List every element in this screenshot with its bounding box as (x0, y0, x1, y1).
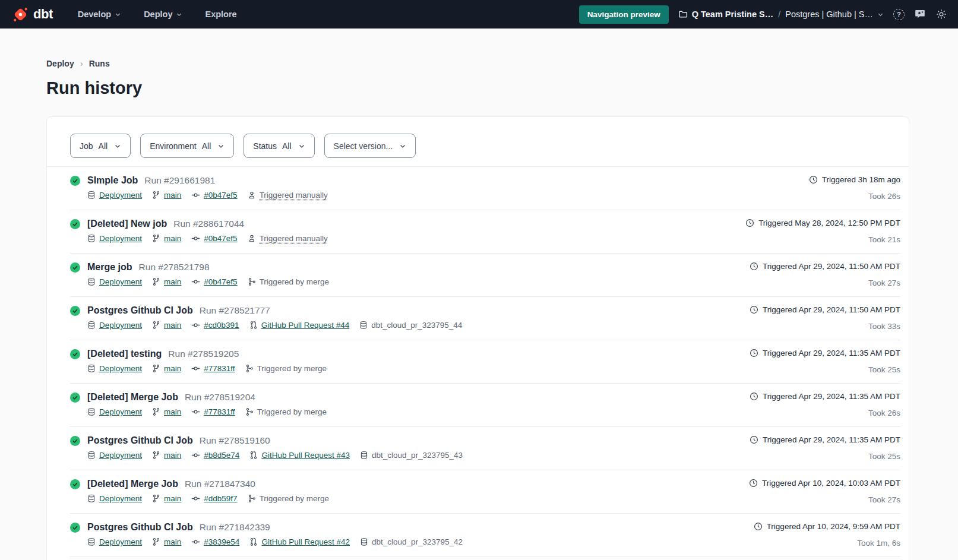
commit-link[interactable]: #3839e54 (191, 536, 239, 548)
triggered-time: Triggered Apr 29, 2024, 11:50 AM PDT (763, 261, 900, 272)
pull-request-label: GitHub Pull Request #42 (261, 536, 350, 548)
environment-link[interactable]: Deployment (87, 450, 142, 461)
run-number[interactable]: Run #271847340 (185, 477, 255, 490)
dbt-logo[interactable]: dbt (12, 6, 53, 23)
git-merge-icon (248, 494, 256, 503)
pull-request-link[interactable]: GitHub Pull Request #42 (249, 536, 350, 548)
chevron-down-icon (298, 143, 305, 150)
commit-link[interactable]: #0b47ef5 (191, 233, 237, 244)
branch-link[interactable]: main (152, 450, 181, 461)
run-row[interactable]: [Deleted] New job Run #288617044 Deploym… (70, 210, 900, 254)
branch-link[interactable]: main (152, 276, 181, 287)
run-row[interactable]: Postgres Github CI Job Run #271842339 De… (70, 514, 900, 557)
branch-link[interactable]: main (152, 536, 181, 548)
triggered-manually[interactable]: Triggered manually (248, 233, 328, 244)
clock-icon (809, 175, 818, 184)
commit-link[interactable]: #0b47ef5 (191, 276, 237, 287)
help-button[interactable]: ? (893, 9, 905, 20)
run-number[interactable]: Run #278519160 (200, 434, 270, 447)
clock-icon (750, 349, 758, 357)
environment-link[interactable]: Deployment (87, 536, 142, 548)
pull-request-icon (249, 321, 258, 330)
run-row[interactable]: [Deleted] Merge Job Run #278519204 Deplo… (70, 384, 900, 427)
database-icon (87, 277, 96, 286)
menu-deploy[interactable]: Deploy (144, 10, 182, 19)
triggered-manually[interactable]: Triggered manually (248, 189, 328, 201)
branch-link[interactable]: main (152, 363, 181, 374)
run-number[interactable]: Run #291661981 (144, 174, 215, 186)
environment-link[interactable]: Deployment (87, 189, 142, 201)
run-row[interactable]: [Deleted] testing Run #278519205 Deploym… (70, 340, 900, 384)
pull-request-link[interactable]: GitHub Pull Request #43 (249, 450, 350, 461)
environment-link[interactable]: Deployment (87, 319, 142, 331)
job-filter-label: Job (80, 141, 93, 151)
run-row[interactable]: Postgres Github CI Job Run #278521777 De… (70, 297, 900, 340)
run-row[interactable]: Merge job Run #278521798 Deployment (70, 254, 900, 297)
branch-link[interactable]: main (152, 233, 181, 244)
run-number[interactable]: Run #278521798 (139, 261, 210, 273)
schema-name: dbt_cloud_pr_323795_42 (360, 536, 463, 548)
run-number[interactable]: Run #278521777 (200, 304, 270, 317)
commit-link[interactable]: #0b47ef5 (191, 189, 237, 201)
git-merge-icon (245, 364, 254, 373)
settings-button[interactable] (935, 8, 947, 20)
environment-filter-value: All (202, 141, 211, 151)
status-filter-label: Status (253, 141, 277, 151)
navigation-preview-button[interactable]: Navigation preview (579, 5, 669, 24)
menu-deploy-label: Deploy (144, 10, 172, 19)
version-filter[interactable]: Select version... (324, 134, 416, 158)
job-name: Postgres Github CI Job (87, 304, 193, 317)
branch-link[interactable]: main (152, 493, 181, 504)
database-icon (360, 537, 368, 546)
commit-link[interactable]: #77831ff (191, 363, 235, 374)
database-icon (87, 191, 96, 200)
commit-link[interactable]: #cd0b391 (191, 319, 239, 331)
pull-request-link[interactable]: GitHub Pull Request #44 (249, 319, 350, 331)
run-row[interactable]: SImple Job Run #291661981 Deployment (70, 167, 900, 210)
environment-link[interactable]: Deployment (87, 363, 142, 374)
run-duration: Took 27s (750, 277, 900, 289)
environment-label: Deployment (99, 319, 142, 331)
commit-sha-label: #77831ff (204, 406, 235, 417)
feedback-button[interactable] (914, 8, 926, 20)
breadcrumb-deploy[interactable]: Deploy (46, 59, 74, 68)
dbt-logo-icon (12, 6, 29, 23)
main-menu: Develop Deploy Explore (78, 10, 237, 19)
trigger-label: Triggered by merge (260, 493, 329, 504)
menu-explore[interactable]: Explore (205, 10, 236, 19)
commit-icon (191, 364, 200, 373)
database-icon (87, 451, 96, 460)
run-number[interactable]: Run #278519204 (185, 391, 255, 403)
environment-link[interactable]: Deployment (87, 233, 142, 244)
commit-link[interactable]: #ddb59f7 (191, 493, 237, 504)
environment-label: Deployment (99, 233, 142, 244)
menu-develop[interactable]: Develop (78, 10, 121, 19)
run-number[interactable]: Run #271842339 (200, 521, 270, 533)
run-number[interactable]: Run #278519205 (168, 347, 239, 360)
account-name: Q Team Pristine S… (692, 10, 774, 19)
run-row[interactable]: Postgres Github CI Job Run #278519160 De… (70, 427, 900, 470)
commit-sha-label: #77831ff (204, 363, 235, 374)
schema-label: dbt_cloud_pr_323795_44 (371, 319, 462, 331)
environment-link[interactable]: Deployment (87, 276, 142, 287)
environment-filter[interactable]: Environment All (140, 134, 234, 158)
branch-link[interactable]: main (152, 189, 181, 201)
git-merge-icon (245, 407, 254, 416)
clock-icon (750, 262, 758, 271)
project-selector[interactable]: Postgres | Github | S… (785, 10, 884, 19)
breadcrumb-runs[interactable]: Runs (89, 59, 110, 68)
run-row[interactable]: [Deleted] Merge Job Run #271847340 Deplo… (70, 470, 900, 514)
environment-label: Deployment (99, 493, 142, 504)
run-number[interactable]: Run #288617044 (173, 217, 244, 230)
commit-link[interactable]: #77831ff (191, 406, 235, 417)
environment-link[interactable]: Deployment (87, 493, 142, 504)
branch-link[interactable]: main (152, 406, 181, 417)
account-selector[interactable]: Q Team Pristine S… (678, 10, 774, 19)
branch-link[interactable]: main (152, 319, 181, 331)
job-filter[interactable]: Job All (70, 134, 131, 158)
chevron-down-icon (115, 11, 121, 18)
environment-link[interactable]: Deployment (87, 406, 142, 417)
database-icon (87, 234, 96, 243)
status-filter[interactable]: Status All (244, 134, 314, 158)
commit-link[interactable]: #b8d5e74 (191, 450, 239, 461)
